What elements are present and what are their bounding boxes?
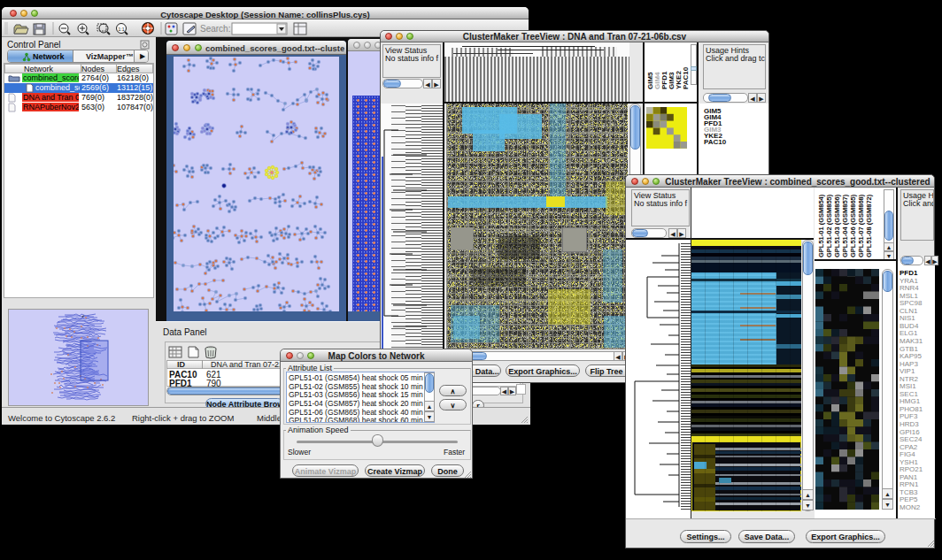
svg-text:1:1: 1:1 (119, 27, 125, 32)
svg-text:Search:: Search: (200, 24, 230, 34)
